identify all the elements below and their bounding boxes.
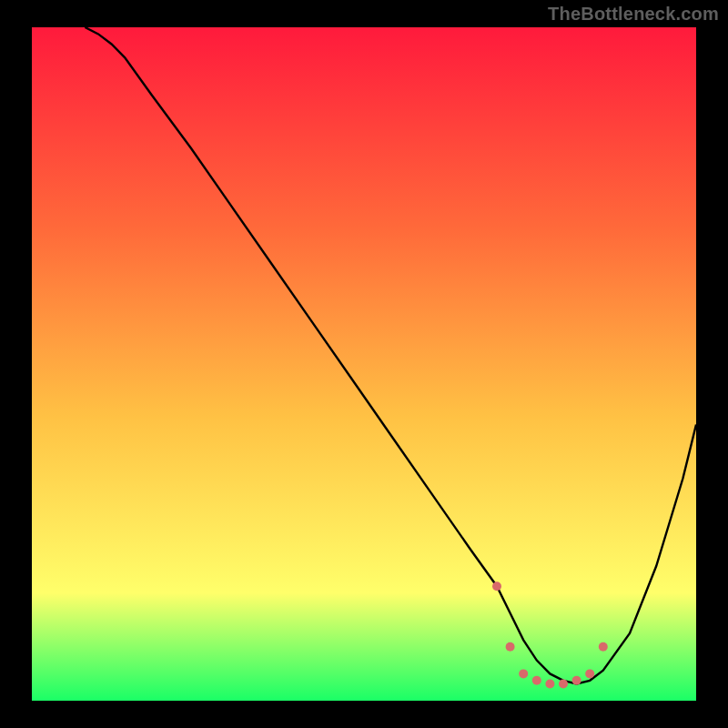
- trough-marker: [545, 680, 554, 689]
- chart-frame: TheBottleneck.com: [0, 0, 728, 728]
- trough-marker: [506, 642, 515, 652]
- plot-area: [32, 27, 696, 701]
- gradient-background: [32, 27, 696, 701]
- trough-marker: [492, 581, 501, 591]
- trough-marker: [599, 642, 608, 652]
- trough-marker: [585, 669, 594, 678]
- watermark-text: TheBottleneck.com: [548, 4, 719, 25]
- trough-marker: [572, 676, 581, 685]
- trough-marker: [559, 680, 568, 689]
- trough-marker: [519, 669, 528, 678]
- trough-marker: [532, 676, 541, 685]
- chart-svg: [32, 27, 696, 701]
